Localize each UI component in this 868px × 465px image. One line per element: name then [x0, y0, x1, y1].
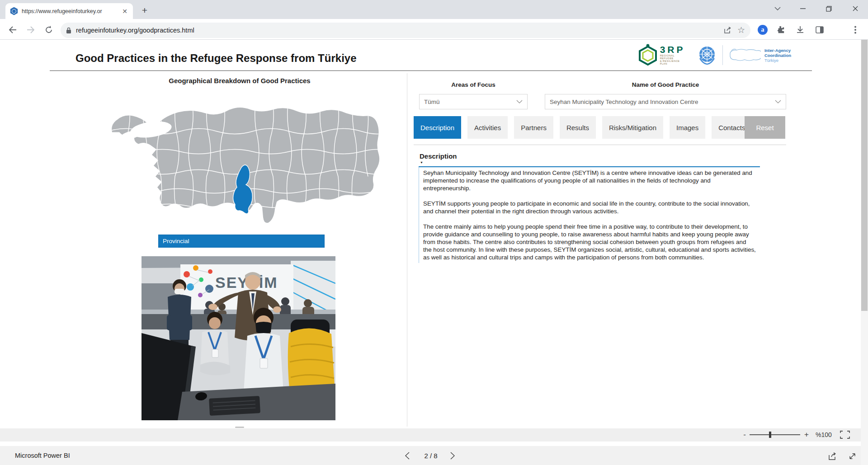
sort-descending-icon[interactable]: ▼ [420, 161, 423, 164]
3rp-logo-sub1: REGIONAL REFUGEE [660, 54, 687, 60]
close-icon [853, 6, 858, 11]
reset-button[interactable]: Reset [745, 116, 785, 139]
zoom-slider-handle[interactable] [769, 432, 771, 438]
share-icon [828, 452, 837, 460]
practice-photo: SEYTİM [142, 256, 335, 420]
zoom-in-button[interactable]: + [803, 430, 810, 439]
reload-button[interactable] [42, 23, 55, 36]
un-logo-icon [697, 45, 716, 66]
download-icon [796, 26, 804, 34]
share-button[interactable] [724, 27, 732, 34]
chevron-left-icon [405, 452, 410, 460]
title-divider [50, 70, 812, 71]
table-header-underline [419, 166, 760, 167]
bookmark-star-icon[interactable]: ☆ [737, 26, 745, 34]
section-tabs: Description Activities Partners Results … [414, 116, 752, 139]
back-icon [9, 26, 17, 33]
areas-of-focus-value: Tümü [424, 99, 516, 105]
back-button[interactable] [6, 23, 19, 36]
panel-divider [407, 73, 407, 427]
chevron-down-icon [775, 100, 781, 103]
new-tab-button[interactable]: + [138, 5, 151, 17]
tab-risks-mitigation[interactable]: Risks/Mitigation [602, 116, 663, 139]
zoom-out-button[interactable]: - [741, 430, 748, 439]
chevron-down-icon [774, 7, 781, 10]
fullscreen-button[interactable] [846, 450, 858, 462]
map-heading: Geographical Breakdown of Good Practices [97, 77, 382, 85]
extension-a-button[interactable]: a [755, 23, 770, 37]
areas-of-focus-dropdown[interactable]: Tümü [419, 94, 528, 109]
side-panel-button[interactable] [812, 23, 827, 37]
photo-scrollbar-thumb[interactable] [235, 427, 244, 428]
tab-images[interactable]: Images [670, 116, 705, 139]
3rp-logo-icon [637, 44, 657, 66]
zoom-level: %100 [816, 431, 832, 438]
description-text: Seyhan Municipality Technology and Innov… [423, 169, 756, 269]
footer-share-button[interactable] [826, 450, 838, 462]
3rp-logo-text: 3RP [660, 45, 687, 54]
lock-icon [66, 27, 71, 34]
kebab-menu-icon [854, 26, 856, 34]
url-text: refugeeinfoturkey.org/goodpractices.html [76, 27, 724, 34]
description-paragraph: The centre mainly aims to help young peo… [423, 223, 756, 261]
areas-of-focus-label: Areas of Focus [419, 81, 528, 88]
extensions-button[interactable] [774, 23, 788, 37]
forward-icon [27, 26, 35, 33]
share-icon [724, 27, 732, 34]
browser-window: https://www.refugeeinfoturkey.or ✕ + [0, 0, 868, 465]
logo-separator [722, 45, 723, 65]
site-favicon-icon [10, 7, 18, 15]
iac-line3: Türkiye [764, 58, 791, 63]
tabs-divider [414, 145, 786, 145]
3rp-logo-sub2: & RESILIENCE PLAN [660, 60, 687, 65]
zoom-strip [0, 428, 861, 442]
browser-menu-button[interactable] [848, 23, 863, 37]
extension-a-icon: a [758, 25, 768, 35]
tab-search-button[interactable] [767, 0, 788, 17]
good-practice-label: Name of Good Practice [545, 81, 786, 88]
page-title: Good Practices in the Refugee Response f… [75, 52, 357, 65]
turkiye-outline-icon [727, 45, 761, 65]
close-window-button[interactable] [845, 0, 866, 17]
downloads-button[interactable] [793, 23, 807, 37]
iac-line2: Coordination [764, 53, 791, 58]
previous-page-button[interactable] [401, 450, 413, 461]
expand-diagonal-icon [848, 452, 857, 460]
fit-to-page-icon [840, 431, 850, 439]
good-practice-value: Seyhan Municipality Technology and Innov… [550, 99, 775, 105]
chevron-right-icon [450, 452, 455, 460]
tab-partners[interactable]: Partners [514, 116, 553, 139]
iac-line1: Inter-Agency [764, 48, 791, 53]
logo-row: 3RP REGIONAL REFUGEE & RESILIENCE PLAN I… [637, 42, 791, 68]
tab-strip: https://www.refugeeinfoturkey.or ✕ + [0, 0, 868, 19]
fit-to-page-button[interactable] [840, 431, 850, 439]
page-scrollbar-thumb[interactable] [861, 40, 868, 311]
browser-tab[interactable]: https://www.refugeeinfoturkey.or ✕ [5, 3, 133, 19]
tab-close-icon[interactable]: ✕ [121, 8, 128, 15]
tab-description[interactable]: Description [414, 116, 461, 139]
turkiye-choropleth-map[interactable] [97, 89, 382, 225]
side-panel-icon [816, 26, 824, 33]
page-indicator: 2 / 8 [418, 446, 443, 465]
good-practice-dropdown[interactable]: Seyhan Municipality Technology and Innov… [545, 94, 786, 109]
iac-logo-text-block: Inter-Agency Coordination Türkiye [764, 48, 791, 63]
next-page-button[interactable] [447, 450, 458, 461]
description-column-header[interactable]: Description [420, 152, 457, 160]
minimize-icon [800, 8, 806, 9]
drill-level-button[interactable]: Provincial [158, 235, 325, 248]
tab-title: https://www.refugeeinfoturkey.or [22, 8, 121, 14]
3rp-logo-text-block: 3RP REGIONAL REFUGEE & RESILIENCE PLAN [660, 45, 687, 65]
puzzle-icon [777, 26, 785, 34]
tab-activities[interactable]: Activities [467, 116, 508, 139]
description-paragraph: Seyhan Municipality Technology and Innov… [423, 169, 756, 192]
restore-button[interactable] [818, 0, 839, 17]
zoom-slider-track[interactable] [750, 434, 800, 435]
powerbi-brand: Microsoft Power BI [15, 446, 70, 465]
reload-icon [45, 26, 53, 34]
forward-button[interactable] [24, 23, 37, 36]
tab-results[interactable]: Results [560, 116, 596, 139]
address-bar[interactable]: refugeeinfoturkey.org/goodpractices.html… [61, 23, 750, 38]
restore-icon [826, 6, 832, 12]
chevron-down-icon [516, 100, 523, 103]
minimize-button[interactable] [793, 0, 813, 17]
